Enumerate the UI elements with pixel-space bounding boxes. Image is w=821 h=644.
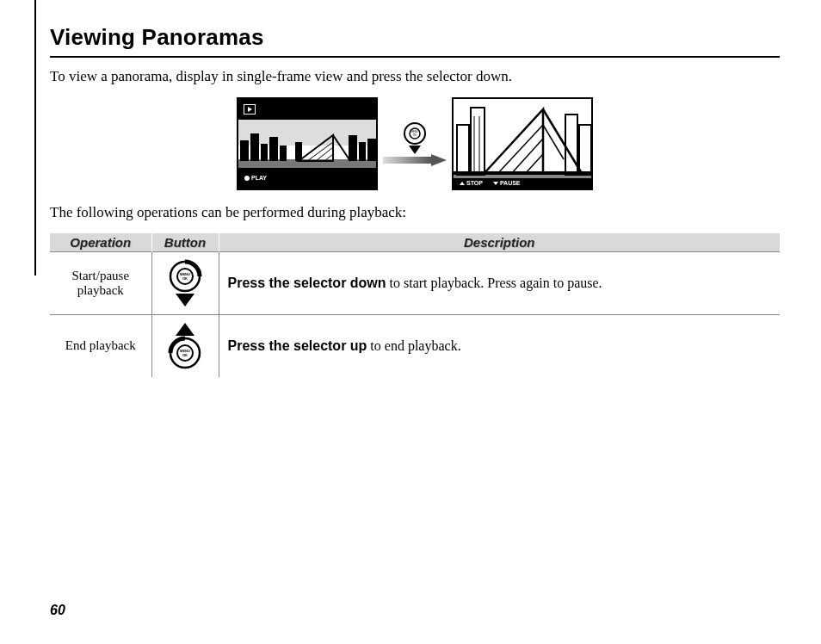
selector-down-icon: MENU OK xyxy=(166,259,204,307)
cell-description: Press the selector up to end playback. xyxy=(219,314,780,377)
header-description: Description xyxy=(219,233,780,252)
margin-rule xyxy=(34,0,36,276)
svg-marker-20 xyxy=(431,154,447,166)
table-intro: The following operations can be performe… xyxy=(50,202,780,223)
cell-description: Press the selector down to start playbac… xyxy=(219,251,780,314)
svg-rect-1 xyxy=(240,140,249,161)
preview-city-illustration xyxy=(238,133,376,171)
lcd-preview-single-frame: PLAY xyxy=(237,97,378,190)
svg-rect-19 xyxy=(383,157,431,164)
play-hint: PLAY xyxy=(242,174,269,183)
svg-text:OK: OK xyxy=(182,276,188,281)
svg-text:OK: OK xyxy=(182,353,188,357)
play-label: PLAY xyxy=(251,175,267,181)
svg-marker-39 xyxy=(176,294,194,307)
svg-rect-7 xyxy=(349,135,357,161)
svg-line-11 xyxy=(316,147,333,161)
svg-rect-9 xyxy=(367,139,376,161)
letterbox-bottom: PLAY xyxy=(238,168,376,189)
header-button: Button xyxy=(151,233,219,252)
table-row: End playback MENU OK Press the selecto xyxy=(50,314,780,377)
pause-hint: PAUSE xyxy=(491,179,523,188)
transition-arrow-block: MENU OK xyxy=(383,121,447,166)
selector-up-icon: MENU OK xyxy=(166,322,204,370)
svg-rect-8 xyxy=(359,142,366,161)
svg-marker-18 xyxy=(409,146,421,154)
preview-city-illustration-wide xyxy=(454,99,591,189)
svg-rect-2 xyxy=(250,133,259,161)
table-header-row: Operation Button Description xyxy=(50,233,780,252)
cell-button: MENU OK xyxy=(151,251,219,314)
svg-rect-5 xyxy=(280,146,287,161)
figure-row: PLAY MENU OK xyxy=(50,97,780,190)
header-operation: Operation xyxy=(50,233,151,252)
stop-label: STOP xyxy=(466,180,483,186)
svg-marker-40 xyxy=(176,323,194,336)
stop-hint: STOP xyxy=(457,179,485,188)
operations-table: Operation Button Description Start/pause… xyxy=(50,233,780,377)
intro-paragraph: To view a panorama, display in single-fr… xyxy=(50,66,780,87)
svg-text:OK: OK xyxy=(413,133,417,137)
selector-down-icon: MENU OK xyxy=(400,121,429,151)
page-title: Viewing Panoramas xyxy=(50,24,780,58)
svg-rect-3 xyxy=(261,144,268,161)
lcd-preview-panorama-playing: STOP PAUSE xyxy=(452,97,593,190)
cell-operation: End playback xyxy=(50,314,151,377)
page: Viewing Panoramas To view a panorama, di… xyxy=(0,0,821,644)
page-number: 60 xyxy=(50,603,65,618)
cell-button: MENU OK xyxy=(151,314,219,377)
cell-operation: Start/pause playback xyxy=(50,251,151,314)
svg-rect-4 xyxy=(269,137,278,161)
playback-mode-icon xyxy=(244,104,256,115)
playback-footer: STOP PAUSE xyxy=(454,178,591,189)
svg-rect-34 xyxy=(454,171,593,175)
table-row: Start/pause playback MENU OK Press the xyxy=(50,251,780,314)
letterbox-top xyxy=(238,99,376,120)
pause-label: PAUSE xyxy=(500,180,521,186)
right-arrow-icon xyxy=(383,154,447,166)
svg-line-13 xyxy=(333,135,350,161)
